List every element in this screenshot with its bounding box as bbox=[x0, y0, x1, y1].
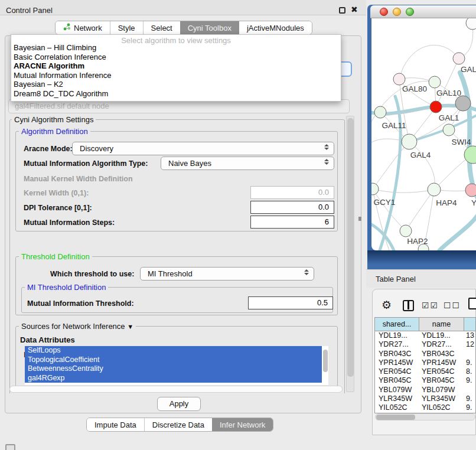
network-icon bbox=[63, 23, 71, 32]
spinner-arrows-icon bbox=[324, 144, 329, 150]
tab-style[interactable]: Style bbox=[110, 21, 143, 34]
tab-jactivemnodules[interactable]: jActiveMNodules bbox=[239, 21, 312, 34]
tab-select[interactable]: Select bbox=[143, 21, 180, 34]
network-node-y[interactable] bbox=[465, 184, 476, 197]
table-cell: YBL079W bbox=[419, 386, 464, 394]
data-attributes-list[interactable]: SelfLoopsTopologicalCoefficientBetweenne… bbox=[25, 346, 328, 385]
float-panel-icon[interactable] bbox=[339, 7, 345, 14]
attribute-list-item[interactable]: BetweennessCentrality bbox=[25, 364, 322, 374]
control-panel-titlebar bbox=[0, 0, 366, 15]
column-header-name[interactable]: name bbox=[419, 318, 464, 331]
network-node-gcy1[interactable] bbox=[371, 183, 379, 195]
table-row[interactable]: YDR27...YDR27...12 bbox=[375, 340, 475, 349]
table-cell: YBR043C bbox=[419, 350, 464, 358]
network-node-swi4[interactable] bbox=[443, 124, 455, 136]
minimized-panel-icon[interactable] bbox=[5, 444, 15, 450]
table-cell: YDL19... bbox=[419, 331, 464, 340]
node-label: GAL1 bbox=[439, 113, 459, 122]
mi-threshold-label: Mutual Information Threshold: bbox=[27, 299, 134, 308]
tab-label: jActiveMNodules bbox=[247, 24, 304, 32]
table-row[interactable]: YIL052CYIL052C9. bbox=[375, 403, 475, 412]
tab-infer-network[interactable]: Infer Network bbox=[212, 418, 273, 431]
dpi-tolerance-field[interactable]: 0.0 bbox=[250, 201, 334, 214]
table-row[interactable]: YBR045CYBR045C9. bbox=[375, 376, 475, 385]
which-threshold-combo[interactable]: MI Threshold bbox=[140, 267, 314, 281]
mi-steps-field[interactable]: 6 bbox=[250, 216, 334, 229]
network-node[interactable] bbox=[464, 146, 476, 164]
network-node-gal80[interactable] bbox=[393, 73, 405, 85]
table-row[interactable]: YDL19...YDL19...13 bbox=[375, 331, 475, 340]
data-attributes-label: Data Attributes bbox=[20, 335, 75, 344]
expanded-arrow-icon: ▼ bbox=[127, 323, 133, 330]
network-node[interactable] bbox=[466, 18, 476, 30]
new-table-icon[interactable] bbox=[468, 298, 476, 309]
network-node-gal[interactable] bbox=[453, 53, 465, 64]
node-table[interactable]: shared...name YDL19...YDL19...13YDR27...… bbox=[374, 317, 476, 413]
close-panel-icon[interactable]: ✖ bbox=[351, 5, 358, 14]
attribute-list-item[interactable]: SelfLoops bbox=[25, 346, 322, 356]
network-canvas[interactable]: GALGAL80GAL10GAL1GAL11GAL4SWI4GCY1HAP4YH… bbox=[371, 18, 476, 250]
kernel-width-field[interactable]: 0.0 bbox=[250, 186, 334, 199]
which-threshold-value: MI Threshold bbox=[148, 269, 193, 278]
split-columns-icon[interactable] bbox=[403, 300, 414, 311]
network-node-gal1[interactable] bbox=[455, 96, 471, 111]
tab-label: Cyni Toolbox bbox=[188, 24, 232, 32]
dropdown-item[interactable]: Mutual Information Inference bbox=[11, 71, 341, 80]
network-node-gal11[interactable] bbox=[374, 106, 386, 118]
settings-horizontal-scrollbar[interactable] bbox=[9, 386, 343, 393]
select-all-columns-icon[interactable]: ☑☑ bbox=[422, 301, 439, 310]
window-close-icon[interactable] bbox=[380, 8, 388, 16]
dropdown-item[interactable]: Bayesian – K2 bbox=[11, 80, 341, 89]
table-cell: YDL19... bbox=[375, 331, 419, 340]
network-node-gal4[interactable] bbox=[402, 134, 417, 149]
which-threshold-label: Which threshold to use: bbox=[50, 270, 134, 278]
apply-button[interactable]: Apply bbox=[157, 397, 201, 411]
algorithm-definition-title: Algorithm Definition bbox=[19, 127, 90, 136]
attribute-list-item[interactable]: TopologicalCoefficient bbox=[25, 356, 322, 365]
tab-network[interactable]: Network bbox=[56, 21, 110, 34]
sources-title-text: Sources for Network Inference bbox=[21, 322, 125, 331]
mi-type-label: Mutual Information Algorithm Type: bbox=[24, 159, 148, 168]
aracne-mode-label: Aracne Mode: bbox=[24, 145, 73, 153]
table-horizontal-scroll-thumb[interactable] bbox=[376, 415, 415, 420]
window-zoom-icon[interactable] bbox=[406, 8, 414, 16]
tab-label: Select bbox=[151, 24, 172, 32]
deselect-all-columns-icon[interactable]: ☐☐ bbox=[444, 301, 461, 310]
dropdown-item[interactable]: ARACNE Algorithm bbox=[11, 61, 341, 71]
attribute-list-scroll-thumb[interactable] bbox=[323, 350, 328, 372]
mi-threshold-field[interactable]: 0.5 bbox=[248, 296, 333, 309]
split-divider-grip[interactable] bbox=[358, 217, 361, 221]
tab-cyni-toolbox[interactable]: Cyni Toolbox bbox=[180, 21, 239, 34]
mi-type-combo[interactable]: Naive Bayes bbox=[161, 156, 334, 170]
table-cell bbox=[464, 350, 475, 358]
network-node-hap4[interactable] bbox=[428, 183, 441, 196]
table-cell: YLR345W bbox=[375, 394, 419, 403]
dropdown-item[interactable]: Basic Correlation Inference bbox=[11, 53, 341, 62]
table-row[interactable]: YBL079WYBL079W bbox=[375, 386, 475, 394]
table-row[interactable]: YER054CYER054C8. bbox=[375, 367, 475, 376]
mi-steps-label: Mutual Information Steps: bbox=[24, 219, 115, 227]
settings-vertical-scroll-thumb[interactable] bbox=[347, 118, 354, 377]
tab-impute-data[interactable]: Impute Data bbox=[87, 418, 144, 431]
table-row[interactable]: YLR345WYLR345W9. bbox=[375, 394, 475, 403]
node-label: GAL11 bbox=[382, 121, 406, 130]
dropdown-item[interactable]: Dream8 DC_TDC Algorithm bbox=[11, 89, 341, 99]
network-node-gal10[interactable] bbox=[429, 76, 441, 88]
table-row[interactable]: YBR043CYBR043C bbox=[375, 350, 475, 358]
network-node[interactable] bbox=[430, 101, 442, 113]
table-row[interactable]: YPR145WYPR145W9. bbox=[375, 358, 475, 367]
aracne-mode-combo[interactable]: Discovery bbox=[72, 142, 334, 155]
column-header-shared[interactable]: shared... bbox=[375, 318, 419, 331]
node-label: GAL4 bbox=[410, 151, 431, 159]
table-cell: YPR145W bbox=[419, 358, 464, 367]
control-panel-title: Control Panel bbox=[6, 6, 53, 15]
sources-group-title[interactable]: Sources for Network Inference ▼ bbox=[19, 322, 136, 331]
column-header[interactable] bbox=[464, 318, 475, 331]
attribute-list-item[interactable]: gal4RGexp bbox=[25, 374, 322, 383]
tab-discretize-data[interactable]: Discretize Data bbox=[144, 418, 212, 431]
gear-icon[interactable]: ⚙ bbox=[382, 298, 392, 312]
network-node-hap2[interactable] bbox=[400, 225, 412, 237]
algorithm-dropdown-list: Select algorithm to view settings Bayesi… bbox=[11, 34, 341, 102]
window-minimize-icon[interactable] bbox=[393, 8, 401, 16]
node-label: HAP2 bbox=[407, 237, 428, 246]
